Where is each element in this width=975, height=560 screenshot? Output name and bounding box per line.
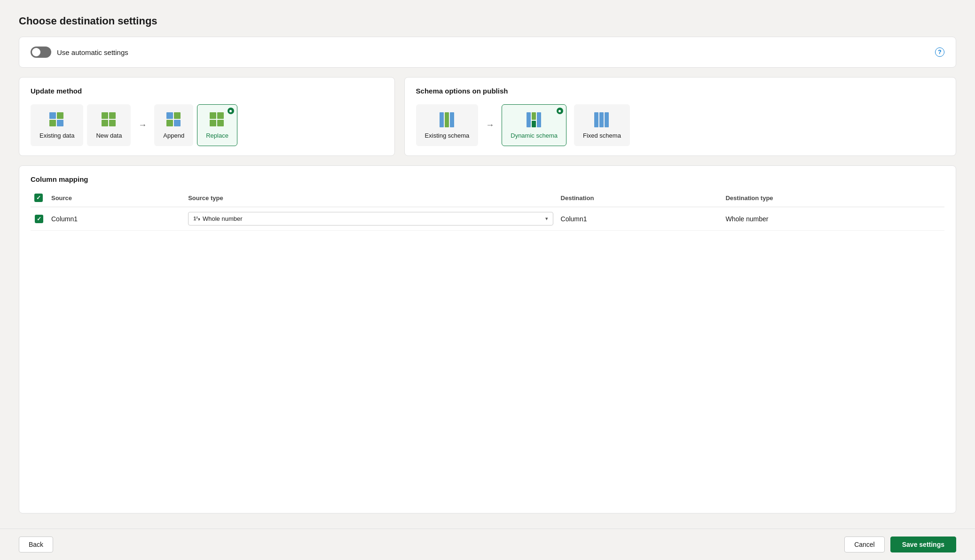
svg-rect-11 — [174, 120, 181, 126]
svg-rect-24 — [599, 112, 604, 127]
footer-right-actions: Cancel Save settings — [844, 537, 956, 552]
update-source-group: Existing data New data — [31, 104, 131, 146]
svg-rect-2 — [49, 120, 56, 126]
fixed-schema-icon — [593, 111, 610, 128]
svg-rect-9 — [174, 112, 181, 119]
row-checkbox[interactable] — [35, 215, 43, 223]
svg-rect-1 — [57, 112, 63, 119]
svg-rect-17 — [445, 112, 449, 127]
auto-settings-toggle[interactable] — [31, 47, 51, 58]
dropdown-chevron-icon: ▾ — [545, 216, 548, 222]
replace-radio-dot — [228, 108, 234, 114]
header-checkbox[interactable] — [34, 194, 43, 202]
options-row: Update method Existing data — [19, 77, 956, 156]
method-btn-replace[interactable]: Replace — [197, 104, 237, 146]
dynamic-schema-icon — [526, 111, 543, 128]
svg-rect-6 — [102, 120, 108, 126]
method-btn-append[interactable]: Append — [154, 104, 193, 146]
save-settings-button[interactable]: Save settings — [890, 537, 956, 552]
existing-data-icon — [48, 111, 65, 128]
existing-schema-label: Existing schema — [425, 132, 470, 139]
svg-rect-21 — [532, 121, 536, 127]
cancel-button[interactable]: Cancel — [844, 537, 885, 552]
schema-options-panel: Schema options on publish Existing schem… — [404, 77, 956, 156]
update-method-panel: Update method Existing data — [19, 77, 395, 156]
svg-rect-5 — [109, 112, 116, 119]
col-header-destination-type: Destination type — [722, 191, 944, 207]
svg-rect-0 — [49, 112, 56, 119]
replace-label: Replace — [206, 132, 228, 139]
col-header-source: Source — [47, 191, 184, 207]
auto-settings-card: Use automatic settings ? — [19, 37, 956, 68]
svg-rect-18 — [450, 112, 454, 127]
dynamic-radio-dot — [557, 108, 563, 114]
help-icon[interactable]: ? — [935, 47, 944, 57]
fixed-schema-label: Fixed schema — [583, 132, 621, 139]
auto-settings-label: Use automatic settings — [57, 48, 128, 56]
svg-rect-25 — [605, 112, 609, 127]
source-type-label: Whole number — [203, 215, 243, 222]
page-title: Choose destination settings — [19, 15, 956, 27]
svg-rect-7 — [109, 120, 116, 126]
svg-rect-3 — [57, 120, 63, 126]
existing-schema-icon — [439, 111, 456, 128]
schema-options-options: Existing schema → Dynamic schema — [416, 104, 944, 146]
append-label: Append — [163, 132, 184, 139]
source-type-cell: 1²₃ Whole number ▾ — [184, 207, 557, 231]
svg-rect-20 — [532, 112, 536, 120]
column-mapping-card: Column mapping Source Source type Destin… — [19, 165, 956, 513]
col-header-destination: Destination — [557, 191, 722, 207]
schema-btn-fixed[interactable]: Fixed schema — [574, 104, 630, 146]
column-mapping-table: Source Source type Destination Destinati… — [31, 191, 944, 231]
update-method-title: Update method — [31, 87, 383, 95]
svg-rect-15 — [217, 120, 224, 126]
table-row: Column1 1²₃ Whole number ▾ Column1 Whole… — [31, 207, 944, 231]
method-btn-new[interactable]: New data — [87, 104, 131, 146]
svg-rect-14 — [210, 120, 216, 126]
source-cell: Column1 — [47, 207, 184, 231]
schema-btn-dynamic[interactable]: Dynamic schema — [502, 104, 566, 146]
svg-rect-19 — [527, 112, 531, 127]
destination-cell: Column1 — [557, 207, 722, 231]
svg-rect-12 — [210, 112, 216, 119]
source-type-dropdown[interactable]: 1²₃ Whole number ▾ — [188, 212, 553, 226]
replace-icon — [209, 111, 226, 128]
new-data-label: New data — [96, 132, 122, 139]
schema-arrow: → — [486, 120, 494, 130]
svg-rect-22 — [537, 112, 541, 127]
number-type-icon: 1²₃ — [193, 216, 200, 222]
footer: Back Cancel Save settings — [0, 529, 975, 560]
svg-rect-10 — [166, 120, 173, 126]
update-dest-group: Append Replace — [154, 104, 237, 146]
svg-rect-16 — [440, 112, 444, 127]
row-checkbox-cell — [31, 207, 47, 231]
svg-rect-13 — [217, 112, 224, 119]
new-data-icon — [101, 111, 118, 128]
update-method-options: Existing data New data → — [31, 104, 383, 146]
schema-btn-existing[interactable]: Existing schema — [416, 104, 479, 146]
existing-data-label: Existing data — [39, 132, 74, 139]
svg-rect-23 — [594, 112, 598, 127]
append-icon — [165, 111, 182, 128]
column-mapping-title: Column mapping — [31, 175, 944, 183]
back-button[interactable]: Back — [19, 537, 53, 552]
schema-options-title: Schema options on publish — [416, 87, 944, 95]
destination-type-cell: Whole number — [722, 207, 944, 231]
svg-rect-8 — [166, 112, 173, 119]
col-header-source-type: Source type — [184, 191, 557, 207]
col-header-checkbox — [31, 191, 47, 207]
method-btn-existing[interactable]: Existing data — [31, 104, 83, 146]
svg-rect-4 — [102, 112, 108, 119]
dynamic-schema-label: Dynamic schema — [511, 132, 558, 139]
update-method-arrow: → — [138, 120, 147, 130]
